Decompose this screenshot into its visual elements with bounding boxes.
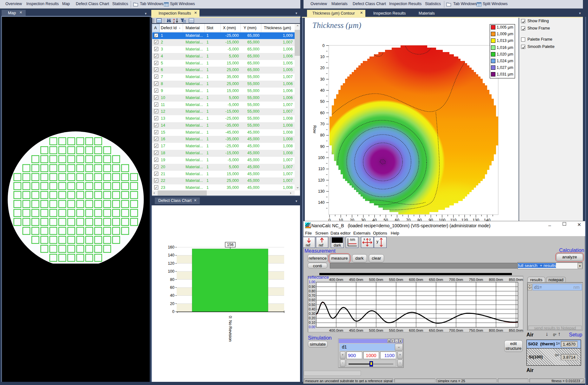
svg-text:x: x [363,237,365,241]
svg-text:400.0nm: 400.0nm [329,278,343,282]
svg-text:1.00: 1.00 [309,280,316,284]
svg-text:450.0nm: 450.0nm [349,329,363,332]
svg-text:130: 130 [318,189,325,194]
svg-text:500.0nm: 500.0nm [369,329,383,332]
svg-text:100: 100 [168,269,174,274]
svg-text:800.0nm: 800.0nm [489,278,503,282]
svg-text:700.0nm: 700.0nm [449,278,463,282]
svg-text:80: 80 [170,277,174,282]
svg-text:120: 120 [168,261,174,266]
svg-text:0: 0 [172,309,174,314]
svg-text:750.0nm: 750.0nm [469,278,483,282]
svg-text:550.0nm: 550.0nm [389,329,403,332]
svg-text:40: 40 [320,88,325,93]
svg-text:156: 156 [227,242,234,247]
svg-text:ref: ref [319,243,323,248]
svg-text:120: 120 [318,178,325,183]
svg-text:30: 30 [320,77,325,82]
svg-text:0.90: 0.90 [309,285,316,289]
svg-text:0.00: 0.00 [309,325,316,329]
svg-text:0.50: 0.50 [309,303,316,307]
svg-text:0.30: 0.30 [309,312,316,315]
svg-text:400.0nm: 400.0nm [329,329,343,332]
svg-text:60: 60 [170,285,174,290]
svg-text:10: 10 [320,55,325,59]
svg-text:dark: dark [334,243,341,248]
svg-text:650.0nm: 650.0nm [429,278,443,282]
svg-text:500.0nm: 500.0nm [369,278,383,282]
svg-text:140: 140 [168,253,174,257]
svg-text:450.0nm: 450.0nm [349,278,363,282]
svg-text:reflectance: reflectance [308,276,329,280]
svg-text:20: 20 [170,302,174,306]
svg-text:600.0nm: 600.0nm [409,278,423,282]
svg-text:0.80: 0.80 [309,289,316,293]
svg-text:700.0nm: 700.0nm [449,329,463,332]
svg-text:A: A [173,18,175,21]
svg-text:0.40: 0.40 [309,307,316,311]
svg-text:100: 100 [318,156,325,160]
svg-text:160: 160 [168,245,174,249]
svg-text:650.0nm: 650.0nm [429,329,443,332]
svg-text:140: 140 [318,200,325,205]
svg-text:850.0nm: 850.0nm [509,329,523,332]
svg-text:80: 80 [320,133,325,137]
svg-text:800.0nm: 800.0nm [489,329,503,332]
svg-text:Row: Row [312,125,317,134]
svg-text:0: No Revision: 0: No Revision [228,316,232,342]
svg-text:0.10: 0.10 [309,321,316,324]
svg-text:40: 40 [170,293,174,298]
svg-text:20: 20 [320,66,325,70]
svg-text:0: 0 [323,43,325,48]
svg-text:y: y [369,237,371,241]
svg-text:nm: nm [350,237,355,242]
svg-text:0.20: 0.20 [309,316,316,320]
svg-text:110: 110 [318,167,325,171]
svg-text:50: 50 [320,99,325,104]
svg-text:0.60: 0.60 [309,298,316,302]
svg-text:750.0nm: 750.0nm [469,329,483,332]
svg-text:550.0nm: 550.0nm [389,278,403,282]
svg-text:0.70: 0.70 [309,294,316,297]
svg-text:60: 60 [320,111,325,115]
svg-text:70: 70 [320,122,325,126]
svg-text:850.0nm: 850.0nm [509,278,523,282]
svg-text:90: 90 [320,144,325,149]
svg-text:ref: ref [306,243,310,248]
svg-text:y: y [376,239,378,244]
svg-text:600.0nm: 600.0nm [409,329,423,332]
